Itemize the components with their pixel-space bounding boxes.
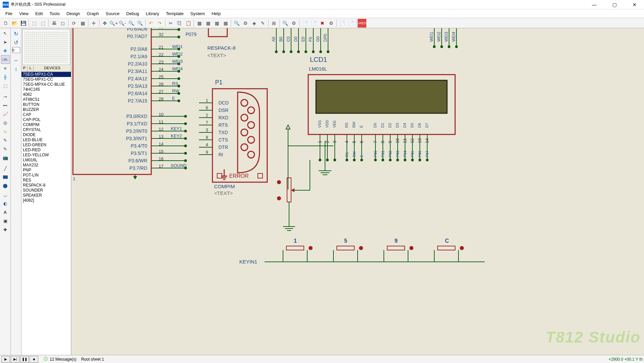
line-2d-icon[interactable]: ╱	[1, 164, 10, 173]
menu-help[interactable]: Help	[208, 10, 224, 17]
graph-mode-icon[interactable]: 📈	[1, 110, 10, 118]
symbol-2d-icon[interactable]: ▣	[1, 216, 10, 225]
tape-mode-icon[interactable]: ◎	[1, 118, 10, 127]
play-button[interactable]: ▶	[1, 356, 10, 363]
device-item[interactable]: RES	[22, 178, 71, 183]
3d-icon[interactable]: 📄	[347, 19, 355, 28]
device-item[interactable]: 74HC245	[22, 87, 71, 92]
device-item[interactable]: BUZZER	[22, 107, 71, 112]
new-icon[interactable]: 🗋	[1, 19, 10, 28]
device-item[interactable]: 4082	[22, 92, 71, 97]
menu-library[interactable]: Library	[143, 10, 163, 17]
button-component[interactable]	[286, 246, 304, 250]
device-item[interactable]: COMPIM	[22, 122, 71, 127]
copy-icon[interactable]: ⿻	[175, 19, 184, 28]
menu-view[interactable]: View	[16, 10, 32, 17]
device-item[interactable]: POT-LIN	[22, 173, 71, 178]
import-icon[interactable]: ⬚	[30, 19, 39, 28]
device-item[interactable]: SPEAKER	[22, 193, 71, 198]
selection-mode-icon[interactable]: ↖	[1, 29, 10, 38]
device-item[interactable]: LED-YELLOW	[22, 153, 71, 158]
zoom-out-icon[interactable]: 🔍-	[118, 19, 127, 28]
menu-design[interactable]: Design	[63, 10, 83, 17]
button-component[interactable]	[337, 246, 354, 250]
message-count[interactable]: 12 Message(s)	[50, 357, 76, 362]
component-mode-icon[interactable]: ➤	[1, 38, 10, 46]
netlist-icon[interactable]: 📄	[300, 19, 309, 28]
button-actuator[interactable]	[359, 246, 363, 250]
zoom-all-icon[interactable]: 🔍	[127, 19, 135, 28]
device-item[interactable]: LM016L	[22, 158, 71, 163]
compile-icon[interactable]: ✖	[318, 19, 327, 28]
wire-auto-icon[interactable]: ⊞	[270, 19, 278, 28]
origin-icon[interactable]: ✛	[89, 19, 98, 28]
close-button[interactable]: ✕	[628, 0, 641, 9]
device-item[interactable]: SOUNDER	[22, 188, 71, 193]
search-icon[interactable]: 🔍	[281, 19, 289, 28]
terminal-mode-icon[interactable]: ⊸	[1, 92, 10, 101]
device-item[interactable]: MAX232	[22, 163, 71, 168]
block-move-icon[interactable]: ▦	[204, 19, 212, 28]
pause-button[interactable]: ❚❚	[20, 356, 29, 363]
device-item[interactable]: BUTTON	[22, 102, 71, 107]
generator-mode-icon[interactable]: ∿	[1, 127, 10, 136]
device-item[interactable]: CAP-POL	[22, 117, 71, 122]
zoom-in-icon[interactable]: 🔍+	[109, 19, 118, 28]
export-icon[interactable]: ⬚	[39, 19, 47, 28]
stop-button[interactable]: ■	[30, 356, 38, 363]
voltage-probe-icon[interactable]: ✎	[1, 136, 10, 145]
rotation-input[interactable]	[12, 47, 20, 53]
device-item[interactable]: LED-GREEN	[22, 143, 71, 148]
block-rotate-icon[interactable]: ▦	[212, 19, 221, 28]
arc-2d-icon[interactable]: ◡	[1, 190, 10, 199]
menu-edit[interactable]: Edit	[32, 10, 46, 17]
circle-2d-icon[interactable]	[1, 182, 10, 190]
menu-source[interactable]: Source	[102, 10, 123, 17]
bus-mode-icon[interactable]: ╫	[1, 73, 10, 81]
device-item[interactable]: [4082]	[22, 198, 71, 203]
device-item[interactable]: 7SEG-MPX1-CA	[22, 72, 71, 77]
open-icon[interactable]: 📂	[10, 19, 19, 28]
button-actuator[interactable]	[460, 246, 464, 250]
pot-increment-button[interactable]	[277, 180, 281, 184]
device-pin-icon[interactable]: ⊷	[1, 101, 10, 110]
marker-mode-icon[interactable]: ✚	[1, 225, 10, 234]
device-item[interactable]: AT89C51	[22, 97, 71, 102]
decompose-icon[interactable]: ✎	[258, 19, 267, 28]
box-2d-icon[interactable]	[1, 173, 10, 182]
make-icon[interactable]: ⚙	[241, 19, 250, 28]
text-2d-icon[interactable]: A	[1, 208, 10, 216]
current-probe-icon[interactable]: ✎	[1, 145, 10, 153]
overview-window[interactable]	[22, 29, 70, 65]
pick-icon[interactable]: 🔍	[232, 19, 241, 28]
rotate-cw-icon[interactable]: ↻	[12, 30, 20, 38]
menu-system[interactable]: System	[187, 10, 208, 17]
instrument-mode-icon[interactable]: 📺	[1, 153, 10, 162]
zoom-area-icon[interactable]: 🔍	[135, 19, 144, 28]
bom-icon[interactable]: ⚙	[327, 19, 335, 28]
area-icon[interactable]: ◻	[58, 19, 67, 28]
device-item[interactable]: 7SEG-MPX4-CC-BLUE	[22, 82, 71, 87]
device-list[interactable]: 7SEG-MPX1-CA7SEG-MPX1-CC7SEG-MPX4-CC-BLU…	[22, 72, 71, 355]
package-icon[interactable]: ◈	[250, 19, 258, 28]
button-actuator[interactable]	[309, 246, 313, 250]
print-icon[interactable]: 🖶	[50, 19, 58, 28]
subcircuit-icon[interactable]: ⬚	[1, 81, 10, 90]
minimize-button[interactable]: —	[588, 0, 601, 9]
ares-icon[interactable]: 📄	[338, 19, 347, 28]
potentiometer-component[interactable]	[287, 178, 291, 202]
save-icon[interactable]: 💾	[19, 19, 28, 28]
erc-icon[interactable]: 📄	[309, 19, 318, 28]
paste-icon[interactable]: 📋	[184, 19, 193, 28]
step-button[interactable]: ▶|	[11, 356, 19, 363]
button-component[interactable]	[387, 246, 405, 250]
respack-component[interactable]	[208, 28, 227, 37]
flip-horizontal-icon[interactable]: ↔	[12, 56, 20, 65]
menu-graph[interactable]: Graph	[83, 10, 102, 17]
path-2d-icon[interactable]: ◐	[1, 199, 10, 208]
redo-icon[interactable]: ↷	[155, 19, 164, 28]
button-component[interactable]	[438, 246, 455, 250]
button-actuator[interactable]	[409, 246, 413, 250]
device-item[interactable]: LED-RED	[22, 148, 71, 153]
maximize-button[interactable]: ▢	[608, 0, 621, 9]
